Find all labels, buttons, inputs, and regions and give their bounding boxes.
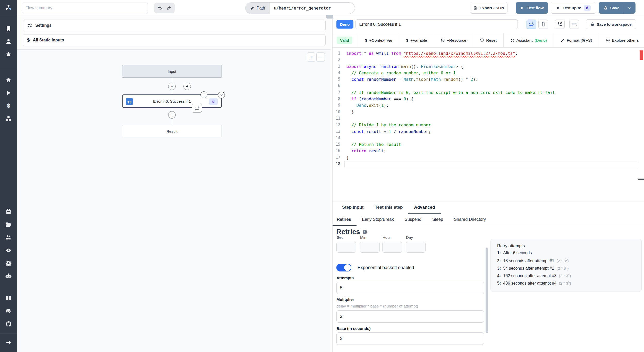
sec-input[interactable]	[336, 242, 356, 253]
retries-shortcut-button[interactable]	[527, 20, 536, 29]
sidebar-item-arrow-right-icon[interactable]	[0, 336, 17, 349]
subtab-retries[interactable]: Retries	[333, 214, 357, 226]
trigger-bolt-button[interactable]	[183, 83, 191, 90]
early-stop-shortcut-button[interactable]	[538, 20, 548, 29]
path-label-group[interactable]: Path	[245, 3, 270, 14]
sidebar-item-home-icon[interactable]	[0, 74, 17, 86]
line-number: 11	[333, 115, 340, 122]
code-line-9[interactable]: 9 Deno.exit(1);	[333, 102, 644, 109]
sidebar-item-eye-icon[interactable]	[0, 244, 17, 257]
code-line-13[interactable]: 13 const result = 1 / randomNumber;	[333, 128, 644, 135]
deno-lang-badge[interactable]: Deno	[336, 20, 353, 29]
line-number: 6	[333, 83, 340, 89]
code-line-10[interactable]: 10 }	[333, 109, 644, 115]
save-button[interactable]: Save	[599, 2, 623, 13]
hour-input[interactable]	[382, 242, 402, 253]
line-number: 13	[333, 128, 340, 135]
sidebar-item-building-icon[interactable]	[0, 22, 17, 35]
day-input[interactable]	[406, 242, 426, 253]
sidebar-item-star-icon[interactable]	[0, 48, 17, 61]
code-line-18[interactable]: 18	[333, 161, 644, 167]
flow-summary-input[interactable]	[22, 3, 148, 13]
zoom-out-button[interactable]: −	[316, 52, 325, 62]
undo-icon[interactable]	[157, 5, 163, 11]
sidebar-item-cubes-icon[interactable]	[0, 112, 17, 125]
delete-step-button[interactable]	[218, 92, 225, 99]
code-line-14[interactable]: 14	[333, 135, 644, 141]
code-line-12[interactable]: 12 // Divide 1 by the random number	[333, 122, 644, 128]
flow-settings-row[interactable]: Settings	[23, 20, 326, 31]
code-line-1[interactable]: 1import * as wmill from "https://deno.la…	[333, 50, 644, 57]
path-value[interactable]: u/henri/error_generator	[270, 3, 355, 14]
code-line-15[interactable]: 15 // Return the result	[333, 141, 644, 148]
vertical-scrollbar[interactable]	[486, 248, 488, 333]
assistant-button[interactable]: Assistant (Deno)	[504, 33, 554, 47]
subtab-early-stop[interactable]: Early Stop/Break	[357, 214, 399, 226]
sidebar-item-dollar-icon[interactable]: $	[0, 99, 17, 112]
sidebar-item-user-icon[interactable]	[0, 35, 17, 48]
subtab-shared-directory[interactable]: Shared Directory	[448, 214, 491, 226]
code-line-17[interactable]: 17}	[333, 154, 644, 161]
redo-icon[interactable]	[166, 5, 171, 11]
code-line-16[interactable]: 16 return result;	[333, 148, 644, 154]
tab-advanced[interactable]: Advanced	[408, 201, 440, 214]
graph-node-result[interactable]: Result	[122, 125, 222, 137]
sidebar-item-robot-icon[interactable]	[0, 270, 17, 283]
refresh-icon	[510, 38, 514, 42]
sleep-shortcut-button[interactable]	[569, 20, 579, 29]
save-to-workspace-button[interactable]: Save to workspace	[586, 19, 636, 29]
move-step-button[interactable]	[200, 91, 207, 98]
code-line-3[interactable]: 3export async function main(): Promise<n…	[333, 63, 644, 70]
export-json-button[interactable]: Export JSON	[470, 2, 507, 14]
code-editor[interactable]: 1import * as wmill from "https://deno.la…	[333, 48, 644, 201]
sidebar-item-users-gear-icon[interactable]	[0, 231, 17, 244]
info-icon[interactable]: i	[363, 230, 367, 234]
attempts-input[interactable]	[336, 282, 484, 294]
code-line-6[interactable]: 6	[333, 83, 644, 89]
sidebar-item-book-icon[interactable]	[0, 292, 17, 305]
code-line-5[interactable]: 5 const randomNumber = Math.floor(Math.r…	[333, 76, 644, 83]
format-button[interactable]: Format (⌘+S)	[554, 33, 599, 47]
sidebar-item-play-icon[interactable]	[0, 86, 17, 99]
graph-node-input[interactable]: Input	[122, 65, 222, 78]
retry-indicator-button[interactable]	[192, 104, 202, 113]
reset-button[interactable]: Reset	[473, 33, 503, 47]
explore-scripts-button[interactable]: Explore other s	[599, 33, 644, 47]
test-up-to-button[interactable]: Test up to d	[551, 2, 596, 14]
tab-step-input[interactable]: Step Input	[336, 201, 369, 214]
add-context-var-button[interactable]: $ +Context Var	[358, 33, 399, 47]
code-line-8[interactable]: 8 if (randomNumber === 0) {	[333, 96, 644, 102]
add-variable-button[interactable]: $ +Variable	[399, 33, 434, 47]
tab-test-this-step[interactable]: Test this step	[369, 201, 408, 214]
add-resource-button[interactable]: +Resource	[434, 33, 473, 47]
sidebar-item-calendar-icon[interactable]	[0, 205, 17, 218]
line-number: 7	[333, 89, 340, 96]
test-flow-button[interactable]: Test flow	[516, 2, 548, 14]
multiplier-input[interactable]	[336, 310, 484, 323]
sidebar-item-github-icon[interactable]	[0, 318, 17, 330]
zoom-in-button[interactable]: +	[307, 52, 315, 62]
insert-step-button[interactable]: +	[168, 83, 176, 90]
subtab-suspend[interactable]: Suspend	[399, 214, 427, 226]
code-line-4[interactable]: 4 // Generate a random number, either 0 …	[333, 70, 644, 76]
step-summary-input[interactable]	[355, 19, 518, 29]
min-input[interactable]	[360, 242, 380, 253]
flow-graph-canvas[interactable]: + − Input + TS Error if 0, Success if 1 …	[17, 49, 331, 352]
sidebar-item-folder-icon[interactable]	[0, 218, 17, 231]
exponential-backoff-toggle[interactable]	[336, 264, 351, 271]
sidebar-item-discord-icon[interactable]	[0, 305, 17, 318]
graph-edge	[172, 108, 172, 111]
static-inputs-row[interactable]: $ All Static Inputs	[23, 34, 326, 46]
save-dropdown-button[interactable]	[624, 2, 635, 13]
code-line-7[interactable]: 7 // If randomNumber is 0, exit the scri…	[333, 89, 644, 96]
sidebar-item-gear-icon[interactable]	[0, 257, 17, 270]
code-line-11[interactable]: 11	[333, 115, 644, 122]
windmill-logo-icon[interactable]	[0, 2, 17, 14]
base-input[interactable]	[336, 332, 484, 345]
code-line-2[interactable]: 2	[333, 57, 644, 63]
panel-resize-handle[interactable]	[326, 15, 333, 19]
suspend-shortcut-button[interactable]	[555, 20, 565, 29]
graph-node-step[interactable]: TS Error if 0, Success if 1 d	[122, 94, 222, 108]
subtab-sleep[interactable]: Sleep	[427, 214, 448, 226]
insert-step-button[interactable]: +	[168, 111, 176, 119]
